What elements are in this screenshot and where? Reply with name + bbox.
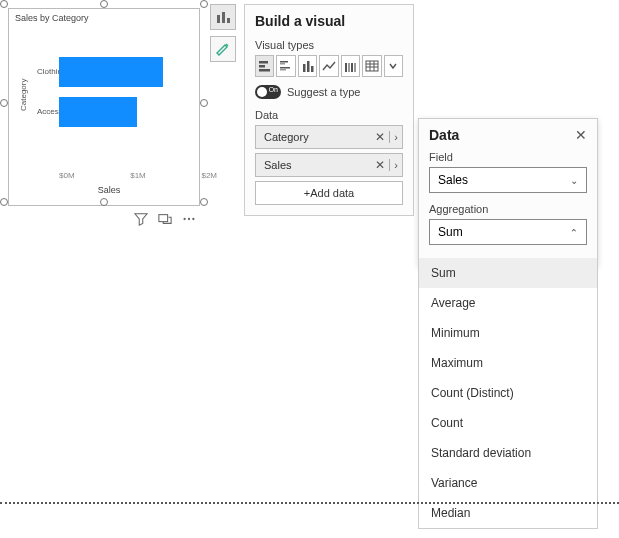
visual-type-table[interactable] (362, 55, 381, 77)
aggregation-option-sum[interactable]: Sum (419, 258, 597, 288)
chart-title: Sales by Category (9, 9, 199, 27)
bar-accessories (59, 97, 137, 127)
svg-rect-5 (222, 12, 225, 23)
svg-rect-11 (280, 63, 285, 65)
svg-rect-21 (366, 61, 378, 71)
aggregation-option-stddev[interactable]: Standard deviation (419, 438, 597, 468)
svg-point-3 (192, 218, 194, 220)
field-menu-chevron-icon[interactable]: › (394, 131, 398, 143)
visual-type-stacked-bar[interactable] (255, 55, 274, 77)
chevron-down-icon: ⌄ (570, 175, 578, 186)
suggest-label: Suggest a type (287, 86, 360, 98)
aggregation-option-minimum[interactable]: Minimum (419, 318, 597, 348)
svg-rect-19 (351, 63, 353, 72)
resize-handle-tl[interactable] (0, 0, 8, 8)
resize-handle-t[interactable] (100, 0, 108, 8)
chart-frame: Sales by Category Category Clothing Acce… (8, 8, 200, 206)
svg-rect-8 (259, 65, 265, 68)
pane-switch (210, 4, 236, 68)
aggregation-option-variance[interactable]: Variance (419, 468, 597, 498)
svg-rect-13 (280, 69, 286, 71)
filter-icon[interactable] (134, 212, 148, 226)
suggest-row: On Suggest a type (255, 85, 403, 99)
separator (389, 131, 390, 143)
field-pill-sales[interactable]: Sales ✕ › (255, 153, 403, 177)
field-menu-chevron-icon[interactable]: › (394, 159, 398, 171)
add-data-button[interactable]: +Add data (255, 181, 403, 205)
svg-rect-9 (259, 69, 270, 72)
svg-rect-17 (345, 63, 347, 72)
visual-type-clustered-bar[interactable] (276, 55, 295, 77)
svg-rect-0 (159, 215, 168, 222)
visual-type-more[interactable] (384, 55, 403, 77)
chart-visual[interactable]: Sales by Category Category Clothing Acce… (4, 4, 204, 226)
x-axis-label: Sales (9, 185, 209, 195)
svg-point-2 (188, 218, 190, 220)
aggregation-option-count-distinct[interactable]: Count (Distinct) (419, 378, 597, 408)
svg-rect-20 (354, 63, 356, 72)
resize-handle-l[interactable] (0, 99, 8, 107)
x-tick: $0M (59, 171, 75, 180)
visual-type-area[interactable] (341, 55, 360, 77)
x-tick: $2M (201, 171, 217, 180)
resize-handle-bl[interactable] (0, 198, 8, 206)
aggregation-dropdown[interactable]: Sum ⌄ (429, 219, 587, 245)
y-axis-label: Category (19, 79, 28, 111)
svg-rect-16 (311, 66, 314, 72)
panel-title: Build a visual (255, 13, 403, 29)
field-name: Sales (264, 159, 292, 171)
field-pill-category[interactable]: Category ✕ › (255, 125, 403, 149)
plot-area: Clothing Accessories (37, 45, 195, 165)
aggregation-option-average[interactable]: Average (419, 288, 597, 318)
field-label: Field (429, 151, 587, 163)
chevron-up-icon: ⌄ (570, 227, 578, 238)
field-dropdown[interactable]: Sales ⌄ (429, 167, 587, 193)
data-section-label: Data (255, 109, 403, 121)
format-visual-tab[interactable] (210, 36, 236, 62)
remove-field-icon[interactable]: ✕ (375, 158, 385, 172)
build-visual-tab[interactable] (210, 4, 236, 30)
data-panel-title: Data (429, 127, 459, 143)
resize-handle-br[interactable] (200, 198, 208, 206)
field-name: Category (264, 131, 309, 143)
svg-point-1 (183, 218, 185, 220)
svg-rect-18 (348, 63, 350, 72)
visual-toolbar (134, 212, 196, 226)
aggregation-dropdown-list: Sum Average Minimum Maximum Count (Disti… (418, 258, 598, 529)
svg-rect-7 (259, 61, 268, 64)
field-dropdown-value: Sales (438, 173, 468, 187)
bar-clothing (59, 57, 163, 87)
svg-rect-14 (303, 64, 306, 72)
toggle-on-text: On (269, 86, 278, 93)
resize-handle-b[interactable] (100, 198, 108, 206)
resize-handle-r[interactable] (200, 99, 208, 107)
focus-mode-icon[interactable] (158, 212, 172, 226)
svg-rect-12 (280, 67, 290, 69)
more-options-icon[interactable] (182, 212, 196, 226)
svg-rect-6 (227, 18, 230, 23)
visual-type-line[interactable] (319, 55, 338, 77)
separator (389, 159, 390, 171)
build-visual-panel: Build a visual Visual types On Suggest a… (244, 4, 414, 216)
visual-type-clustered-column[interactable] (298, 55, 317, 77)
page-boundary (0, 502, 619, 504)
svg-rect-4 (217, 15, 220, 23)
visual-type-row (255, 55, 403, 77)
svg-rect-10 (280, 61, 288, 63)
svg-rect-15 (307, 61, 310, 72)
aggregation-option-count[interactable]: Count (419, 408, 597, 438)
suggest-toggle[interactable]: On (255, 85, 281, 99)
close-icon[interactable]: ✕ (575, 127, 587, 143)
resize-handle-tr[interactable] (200, 0, 208, 8)
visual-types-label: Visual types (255, 39, 403, 51)
toggle-knob (257, 87, 267, 97)
data-field-panel: Data ✕ Field Sales ⌄ Aggregation Sum ⌄ (418, 118, 598, 266)
aggregation-option-maximum[interactable]: Maximum (419, 348, 597, 378)
aggregation-dropdown-value: Sum (438, 225, 463, 239)
remove-field-icon[interactable]: ✕ (375, 130, 385, 144)
x-tick: $1M (130, 171, 146, 180)
x-axis-ticks: $0M $1M $2M (59, 171, 217, 180)
aggregation-label: Aggregation (429, 203, 587, 215)
